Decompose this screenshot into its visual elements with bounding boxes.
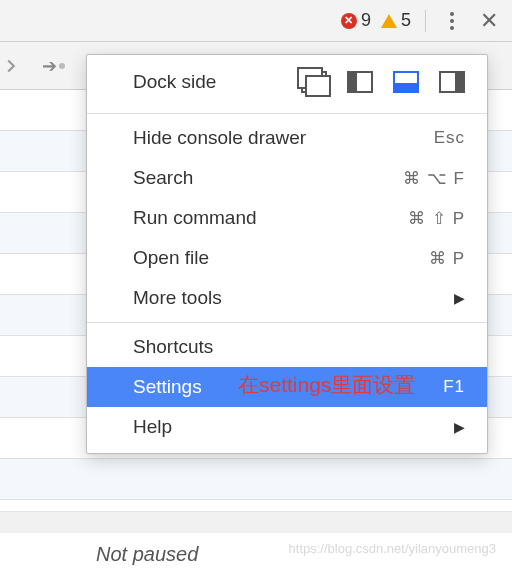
menu-hide-console-drawer[interactable]: Hide console drawer Esc <box>87 118 487 158</box>
warning-icon <box>381 14 397 28</box>
close-devtools-button[interactable]: ✕ <box>474 8 504 34</box>
menu-label: Search <box>133 167 193 189</box>
menu-shortcut: ⌘ ⌥ F <box>403 168 465 189</box>
dock-side-row: Dock side <box>87 55 487 109</box>
menu-label: Open file <box>133 247 209 269</box>
menu-label: More tools <box>133 287 222 309</box>
warning-count[interactable]: 5 <box>381 10 411 31</box>
toolbar-divider <box>425 10 426 32</box>
menu-separator <box>87 322 487 323</box>
menu-label: Settings <box>133 376 202 398</box>
kebab-menu-button[interactable] <box>440 12 464 30</box>
warning-count-value: 5 <box>401 10 411 31</box>
panel-chevron-icon[interactable] <box>4 59 18 73</box>
menu-more-tools[interactable]: More tools ▶ <box>87 278 487 318</box>
menu-run-command[interactable]: Run command ⌘ ⇧ P <box>87 198 487 238</box>
menu-help[interactable]: Help ▶ <box>87 407 487 447</box>
watermark-text: https://blog.csdn.net/yilanyoumeng3 <box>289 541 496 556</box>
step-control-icon[interactable]: ➔ <box>42 55 65 77</box>
devtools-topbar: ✕ 9 5 ✕ <box>0 0 512 42</box>
annotation-text: 在settings里面设置 <box>238 371 415 399</box>
menu-shortcut: ⌘ ⇧ P <box>408 208 465 229</box>
chevron-right-icon: ▶ <box>454 419 465 435</box>
dock-icons-group <box>301 71 465 93</box>
debugger-status-text: Not paused <box>96 543 198 566</box>
menu-shortcut: Esc <box>434 128 465 148</box>
error-count-value: 9 <box>361 10 371 31</box>
error-icon: ✕ <box>341 13 357 29</box>
menu-shortcuts[interactable]: Shortcuts <box>87 327 487 367</box>
menu-shortcut: F1 <box>443 377 465 397</box>
menu-label: Shortcuts <box>133 336 213 358</box>
dock-bottom-icon[interactable] <box>393 71 419 93</box>
dock-undock-icon[interactable] <box>301 71 327 93</box>
menu-label: Run command <box>133 207 257 229</box>
dock-side-label: Dock side <box>133 71 216 93</box>
chevron-right-icon: ▶ <box>454 290 465 306</box>
menu-label: Hide console drawer <box>133 127 306 149</box>
menu-search[interactable]: Search ⌘ ⌥ F <box>87 158 487 198</box>
menu-separator <box>87 113 487 114</box>
status-strip <box>0 511 512 533</box>
dock-left-icon[interactable] <box>347 71 373 93</box>
dock-right-icon[interactable] <box>439 71 465 93</box>
menu-label: Help <box>133 416 172 438</box>
menu-open-file[interactable]: Open file ⌘ P <box>87 238 487 278</box>
error-count[interactable]: ✕ 9 <box>341 10 371 31</box>
menu-shortcut: ⌘ P <box>429 248 465 269</box>
